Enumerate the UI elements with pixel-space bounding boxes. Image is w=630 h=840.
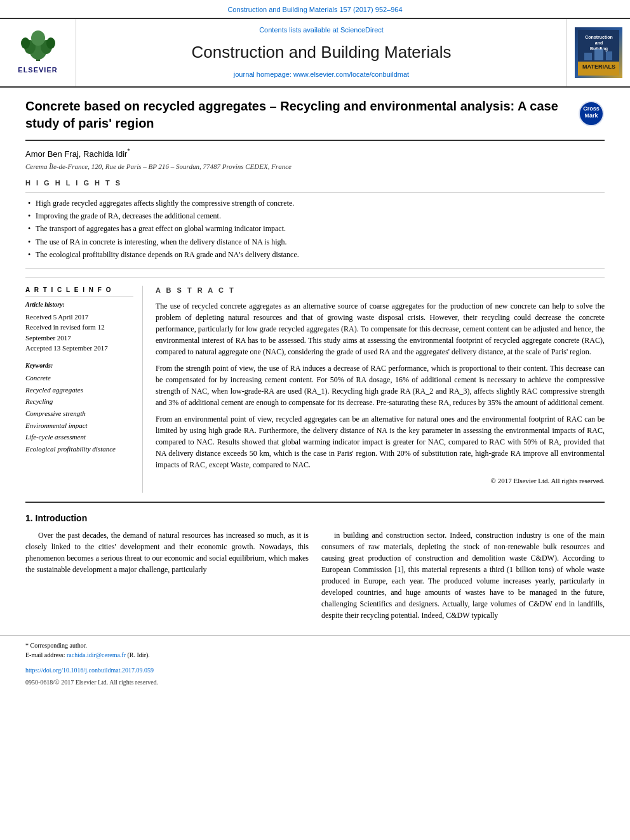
keyword-1: Concrete bbox=[25, 372, 133, 384]
keyword-7: Ecological profitability distance bbox=[25, 443, 133, 455]
elsevier-wordmark: ELSEVIER bbox=[18, 65, 57, 76]
journal-ref-bar: Construction and Building Materials 157 … bbox=[0, 0, 630, 18]
abstract-paragraph-3: From an environmental point of view, rec… bbox=[156, 413, 605, 470]
corresponding-mark: * bbox=[127, 148, 130, 155]
elsevier-logo: ELSEVIER bbox=[16, 29, 60, 76]
article-section: Concrete based on recycled aggregates – … bbox=[0, 88, 630, 503]
introduction-columns: Over the past decades, the demand of nat… bbox=[25, 530, 605, 625]
svg-point-4 bbox=[21, 37, 30, 49]
abstract-label: A B S T R A C T bbox=[156, 286, 605, 296]
intro-paragraph-2: in building and construction sector. Ind… bbox=[321, 530, 605, 621]
footnote-email-line: E-mail address: rachida.idir@cerema.fr (… bbox=[25, 650, 605, 660]
intro-col-right: in building and construction sector. Ind… bbox=[321, 530, 605, 625]
journal-main-title: Construction and Building Materials bbox=[192, 41, 452, 65]
intro-paragraph-1: Over the past decades, the demand of nat… bbox=[25, 530, 309, 575]
journal-cover-image: Construction and Building MATERIALS bbox=[575, 27, 622, 78]
elsevier-logo-area: ELSEVIER bbox=[0, 19, 76, 86]
journal-ref-text: Construction and Building Materials 157 … bbox=[227, 6, 402, 13]
homepage-url[interactable]: www.elsevier.com/locate/conbuildmat bbox=[293, 70, 409, 78]
highlight-item-5: The ecological profitability distance de… bbox=[25, 250, 605, 260]
doi-link[interactable]: https://doi.org/10.1016/j.conbuildmat.20… bbox=[25, 667, 154, 674]
keywords-label: Keywords: bbox=[25, 361, 133, 371]
article-info-label: A R T I C L E I N F O bbox=[25, 286, 133, 297]
svg-point-5 bbox=[46, 37, 55, 49]
journal-homepage-line: journal homepage: www.elsevier.com/locat… bbox=[234, 70, 409, 80]
abstract-column: A B S T R A C T The use of recycled conc… bbox=[156, 286, 605, 493]
article-history-label: Article history: bbox=[25, 300, 133, 310]
introduction-section: 1. Introduction Over the past decades, t… bbox=[0, 512, 630, 625]
affiliation-text: Cerema Île-de-France, 120, Rue de Paris … bbox=[25, 162, 605, 172]
keyword-2: Recycled aggregates bbox=[25, 384, 133, 396]
article-info-abstract-row: A R T I C L E I N F O Article history: R… bbox=[25, 277, 605, 493]
received-date: Received 5 April 2017 Received in revise… bbox=[25, 312, 133, 354]
highlight-item-3: The transport of aggregates has a great … bbox=[25, 223, 605, 234]
authors-text: Amor Ben Fraj, Rachida Idir bbox=[25, 149, 127, 159]
svg-text:Mark: Mark bbox=[584, 112, 598, 119]
journal-title-area: Contents lists available at ScienceDirec… bbox=[76, 19, 566, 86]
article-title: Concrete based on recycled aggregates – … bbox=[25, 98, 578, 132]
article-history-section: A R T I C L E I N F O Article history: R… bbox=[25, 286, 133, 354]
abstract-paragraph-1: The use of recycled concrete aggregates … bbox=[156, 300, 605, 357]
abstract-paragraph-2: From the strength point of view, the use… bbox=[156, 363, 605, 408]
highlight-item-4: The use of RA in concrete is interesting… bbox=[25, 237, 605, 248]
highlight-item-2: Improving the grade of RA, decreases the… bbox=[25, 211, 605, 222]
crossmark-icon[interactable]: Cross Mark bbox=[578, 100, 605, 127]
svg-rect-15 bbox=[606, 51, 612, 60]
email-label: E-mail address: bbox=[25, 651, 65, 658]
svg-rect-14 bbox=[594, 49, 603, 60]
article-title-area: Concrete based on recycled aggregates – … bbox=[25, 98, 605, 141]
svg-point-6 bbox=[31, 30, 45, 46]
abstract-section: A B S T R A C T The use of recycled conc… bbox=[156, 286, 605, 486]
journal-cover-area: Construction and Building MATERIALS bbox=[566, 19, 630, 86]
keywords-list: Concrete Recycled aggregates Recycling C… bbox=[25, 372, 133, 455]
highlight-item-1: High grade recycled aggregates affects s… bbox=[25, 198, 605, 209]
email-suffix: (R. Idir). bbox=[128, 651, 150, 658]
footnote-corresponding: * Corresponding author. bbox=[25, 641, 605, 650]
elsevier-tree-icon bbox=[16, 29, 60, 64]
keyword-3: Recycling bbox=[25, 396, 133, 408]
svg-text:Cross: Cross bbox=[583, 105, 600, 112]
journal-header: ELSEVIER Contents lists available at Sci… bbox=[0, 18, 630, 88]
page: Construction and Building Materials 157 … bbox=[0, 0, 630, 840]
copyright-footer: 0950-0618/© 2017 Elsevier Ltd. All right… bbox=[0, 677, 630, 694]
abstract-copyright: © 2017 Elsevier Ltd. All rights reserved… bbox=[156, 476, 605, 486]
keywords-section: Keywords: Concrete Recycled aggregates R… bbox=[25, 361, 133, 455]
svg-text:and: and bbox=[595, 41, 603, 45]
highlights-label: H I G H L I G H T S bbox=[25, 178, 605, 189]
svg-text:MATERIALS: MATERIALS bbox=[582, 63, 615, 70]
authors-line: Amor Ben Fraj, Rachida Idir* bbox=[25, 147, 605, 161]
article-info-column: A R T I C L E I N F O Article history: R… bbox=[25, 286, 143, 493]
svg-rect-13 bbox=[584, 53, 592, 60]
cover-svg: Construction and Building MATERIALS bbox=[578, 30, 619, 76]
keyword-5: Environmental impact bbox=[25, 420, 133, 432]
abstract-text: The use of recycled concrete aggregates … bbox=[156, 300, 605, 486]
section-divider bbox=[25, 502, 605, 503]
intro-col-left: Over the past decades, the demand of nat… bbox=[25, 530, 309, 625]
footnote-asterisk: * Corresponding author. bbox=[25, 642, 87, 649]
keyword-6: Life-cycle assessment bbox=[25, 431, 133, 443]
email-link[interactable]: rachida.idir@cerema.fr bbox=[67, 651, 126, 658]
intro-text-left: Over the past decades, the demand of nat… bbox=[25, 530, 309, 575]
svg-text:Construction: Construction bbox=[585, 35, 613, 39]
science-direct-link-text[interactable]: ScienceDirect bbox=[340, 26, 384, 34]
keyword-4: Compressive strength bbox=[25, 408, 133, 420]
intro-text-right: in building and construction sector. Ind… bbox=[321, 530, 605, 621]
highlights-box: High grade recycled aggregates affects s… bbox=[25, 192, 605, 269]
introduction-heading: 1. Introduction bbox=[25, 512, 605, 524]
doi-line: https://doi.org/10.1016/j.conbuildmat.20… bbox=[0, 665, 630, 677]
science-direct-line: Contents lists available at ScienceDirec… bbox=[259, 25, 384, 36]
footnote-area: * Corresponding author. E-mail address: … bbox=[0, 635, 630, 665]
